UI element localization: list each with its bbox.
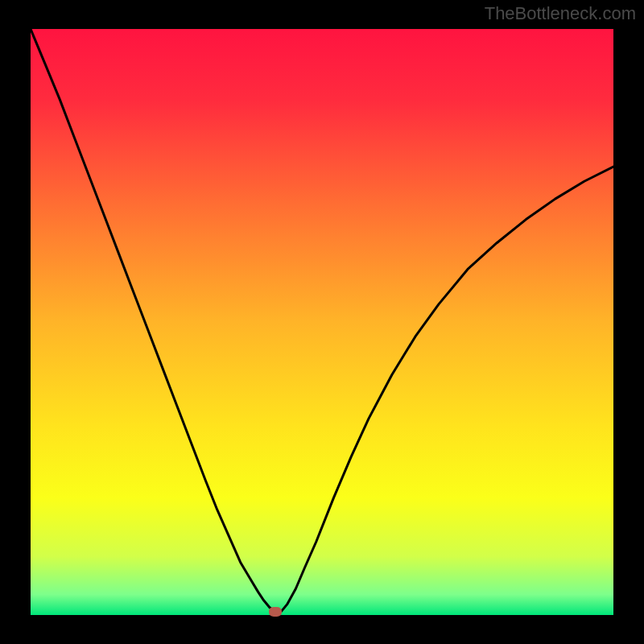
bottleneck-curve	[31, 29, 613, 612]
chart-plot-area	[31, 29, 613, 615]
chart-marker-bottleneck-point	[269, 607, 282, 617]
chart-curve-layer	[31, 29, 613, 615]
watermark-label: TheBottleneck.com	[485, 3, 636, 24]
